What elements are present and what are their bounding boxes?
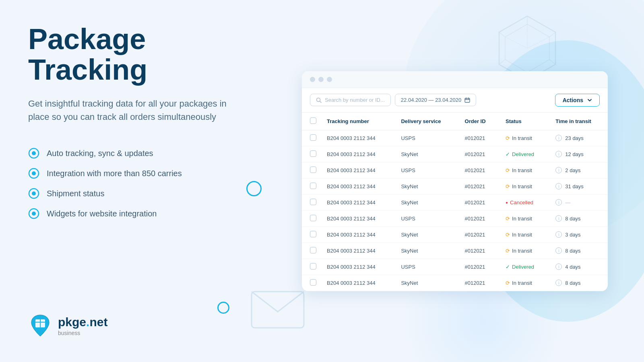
deco-circle-bottom <box>217 302 229 314</box>
delivery-service-cell: SkyNet <box>394 243 458 259</box>
status-text: Cancelled <box>510 200 533 206</box>
window-titlebar <box>302 71 608 88</box>
logo-text-area: pkge.net business <box>58 315 107 336</box>
titlebar-dot-2 <box>318 77 324 82</box>
status-cell: ✓ Delivered <box>499 146 549 162</box>
status-text: In transit <box>512 280 532 286</box>
feature-text-auto-tracking: Auto tracking, sync & updates <box>47 149 153 158</box>
row-checkbox[interactable] <box>310 183 316 189</box>
status-text: In transit <box>512 216 532 222</box>
status-badge: ● Cancelled <box>506 200 533 206</box>
order-id-cell: #012021 <box>458 162 499 178</box>
row-checkbox-cell <box>302 194 320 210</box>
transit-icon: ⟳ <box>506 280 510 286</box>
table-row: B204 0003 2112 344 USPS #012021 ⟳ In tra… <box>302 162 608 178</box>
status-cell: ⟳ In transit <box>499 130 549 146</box>
order-id-cell: #012021 <box>458 226 499 243</box>
status-text: In transit <box>512 183 532 189</box>
select-all-checkbox[interactable] <box>310 117 316 124</box>
time-info-icon: i <box>555 199 562 206</box>
time-value: 23 days <box>565 135 584 141</box>
tracking-number-cell: B204 0003 2112 344 <box>320 243 394 259</box>
calendar-icon <box>464 97 470 103</box>
time-value: 4 days <box>565 264 580 270</box>
status-badge: ⟳ In transit <box>506 167 532 173</box>
col-tracking-number: Tracking number <box>320 113 394 130</box>
time-dash: — <box>565 200 570 206</box>
status-text: In transit <box>512 167 532 173</box>
row-checkbox-cell <box>302 226 320 243</box>
status-badge: ⟳ In transit <box>506 135 532 141</box>
logo-net: net <box>89 315 107 329</box>
svg-rect-26 <box>465 98 470 102</box>
table-row: B204 0003 2112 344 USPS #012021 ⟳ In tra… <box>302 130 608 146</box>
transit-icon: ⟳ <box>506 135 510 141</box>
order-id-cell: #012021 <box>458 130 499 146</box>
delivery-service-cell: SkyNet <box>394 275 458 291</box>
status-badge: ✓ Delivered <box>506 151 534 157</box>
actions-button[interactable]: Actions <box>555 94 600 107</box>
table-body: B204 0003 2112 344 USPS #012021 ⟳ In tra… <box>302 130 608 291</box>
feature-item-widgets: Widgets for website integration <box>28 208 242 219</box>
row-checkbox[interactable] <box>310 247 316 253</box>
deco-circle-right <box>246 181 262 196</box>
feature-text-integration: Integration with more than 850 carries <box>47 169 182 178</box>
feature-item-shipment: Shipment status <box>28 188 242 199</box>
tracking-number-cell: B204 0003 2112 344 <box>320 226 394 243</box>
row-checkbox-cell <box>302 275 320 291</box>
time-info-icon: i <box>555 135 562 141</box>
order-id-cell: #012021 <box>458 194 499 210</box>
row-checkbox[interactable] <box>310 150 316 157</box>
page-subtitle: Get insightful tracking data for all you… <box>28 97 237 123</box>
status-badge: ⟳ In transit <box>506 248 532 254</box>
search-box[interactable]: Search by number or ID... <box>310 94 391 106</box>
svg-point-14 <box>32 151 36 155</box>
order-id-cell: #012021 <box>458 210 499 226</box>
logo-subtext: business <box>58 330 107 336</box>
transit-icon: ⟳ <box>506 167 510 173</box>
svg-point-16 <box>32 171 36 175</box>
time-value: 2 days <box>565 167 580 173</box>
logo-brand: pkge.net <box>58 315 107 329</box>
row-checkbox[interactable] <box>310 231 316 237</box>
page-title: Package Tracking <box>28 24 242 85</box>
time-info-icon: i <box>555 151 562 157</box>
row-checkbox-cell <box>302 130 320 146</box>
row-checkbox-cell <box>302 243 320 259</box>
time-in-transit-cell: i 2 days <box>549 162 608 178</box>
transit-icon: ⟳ <box>506 216 510 222</box>
status-text: In transit <box>512 135 532 141</box>
date-filter[interactable]: 22.04.2020 — 23.04.2020 <box>395 94 476 106</box>
status-cell: ⟳ In transit <box>499 275 549 291</box>
status-badge: ✓ Delivered <box>506 264 534 270</box>
transit-icon: ⟳ <box>506 183 510 189</box>
status-badge: ⟳ In transit <box>506 280 532 286</box>
order-id-cell: #012021 <box>458 146 499 162</box>
row-checkbox[interactable] <box>310 167 316 173</box>
row-checkbox[interactable] <box>310 134 316 141</box>
tracking-number-cell: B204 0003 2112 344 <box>320 275 394 291</box>
time-info-icon: i <box>555 215 562 222</box>
time-info-icon: i <box>555 247 562 254</box>
search-input-placeholder: Search by number or ID... <box>325 97 385 103</box>
row-checkbox[interactable] <box>310 263 316 269</box>
logo-name: pkge <box>58 315 86 329</box>
row-checkbox[interactable] <box>310 279 316 286</box>
row-checkbox[interactable] <box>310 199 316 205</box>
status-cell: ● Cancelled <box>499 194 549 210</box>
row-checkbox[interactable] <box>310 215 316 221</box>
feature-icon-shipment <box>28 188 39 199</box>
delivery-service-cell: USPS <box>394 259 458 275</box>
row-checkbox-cell <box>302 162 320 178</box>
tracking-number-cell: B204 0003 2112 344 <box>320 259 394 275</box>
left-panel: Package Tracking Get insightful tracking… <box>0 0 270 362</box>
transit-icon: ⟳ <box>506 248 510 254</box>
tracking-number-cell: B204 0003 2112 344 <box>320 146 394 162</box>
status-cell: ⟳ In transit <box>499 243 549 259</box>
time-info-icon: i <box>555 280 562 286</box>
table-row: B204 0003 2112 344 SkyNet #012021 ⟳ In t… <box>302 275 608 291</box>
time-info-icon: i <box>555 263 562 270</box>
titlebar-dot-3 <box>327 77 332 82</box>
right-panel: Search by number or ID... 22.04.2020 — 2… <box>270 0 644 362</box>
table-row: B204 0003 2112 344 SkyNet #012021 ⟳ In t… <box>302 243 608 259</box>
